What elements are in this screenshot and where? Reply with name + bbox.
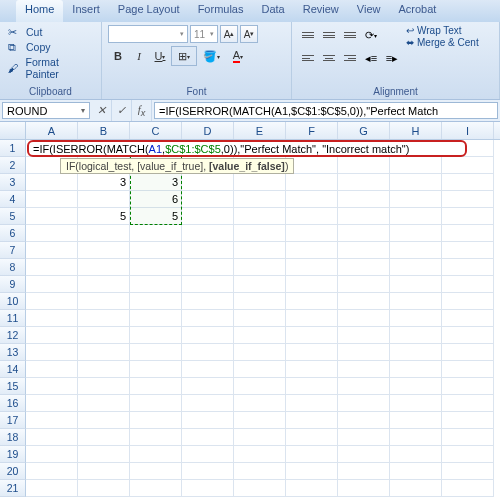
cell[interactable] <box>26 242 78 259</box>
cell[interactable] <box>78 293 130 310</box>
cell[interactable] <box>286 395 338 412</box>
cell[interactable] <box>390 310 442 327</box>
cell[interactable] <box>182 327 234 344</box>
cell[interactable] <box>442 446 494 463</box>
align-left-button[interactable] <box>298 48 318 68</box>
cell[interactable] <box>130 225 182 242</box>
row-header[interactable]: 19 <box>0 446 26 463</box>
cell[interactable] <box>182 378 234 395</box>
row-header[interactable]: 16 <box>0 395 26 412</box>
cell[interactable] <box>26 174 78 191</box>
cell[interactable] <box>234 344 286 361</box>
row-header[interactable]: 5 <box>0 208 26 225</box>
cell[interactable] <box>78 327 130 344</box>
cell[interactable] <box>286 191 338 208</box>
cell[interactable] <box>286 463 338 480</box>
cell[interactable] <box>442 344 494 361</box>
cell[interactable] <box>390 480 442 497</box>
cell[interactable] <box>130 480 182 497</box>
merge-center-button[interactable]: ⬌Merge & Cent <box>406 37 479 48</box>
select-all-corner[interactable] <box>0 122 26 139</box>
col-header-a[interactable]: A <box>26 122 78 139</box>
cell[interactable] <box>130 463 182 480</box>
cell[interactable] <box>26 395 78 412</box>
col-header-h[interactable]: H <box>390 122 442 139</box>
format-painter-button[interactable]: 🖌Format Painter <box>6 55 95 81</box>
cell[interactable] <box>338 412 390 429</box>
name-box[interactable]: ROUND▾ <box>2 102 90 119</box>
cell[interactable] <box>338 208 390 225</box>
col-header-c[interactable]: C <box>130 122 182 139</box>
cell[interactable] <box>78 395 130 412</box>
cell[interactable] <box>130 378 182 395</box>
cell[interactable] <box>338 480 390 497</box>
col-header-d[interactable]: D <box>182 122 234 139</box>
row-header[interactable]: 2 <box>0 157 26 174</box>
cell[interactable] <box>78 446 130 463</box>
cell[interactable] <box>234 259 286 276</box>
align-bottom-button[interactable] <box>340 25 360 45</box>
cell[interactable] <box>286 293 338 310</box>
cell[interactable] <box>338 276 390 293</box>
cell[interactable] <box>130 259 182 276</box>
cell[interactable] <box>26 259 78 276</box>
cell[interactable] <box>234 378 286 395</box>
cell[interactable] <box>442 225 494 242</box>
row-header[interactable]: 6 <box>0 225 26 242</box>
cell[interactable] <box>338 463 390 480</box>
cell[interactable] <box>442 157 494 174</box>
cell[interactable] <box>390 463 442 480</box>
tab-acrobat[interactable]: Acrobat <box>389 0 445 22</box>
cell[interactable] <box>286 327 338 344</box>
cell[interactable] <box>390 191 442 208</box>
cell[interactable] <box>286 429 338 446</box>
cell[interactable] <box>338 395 390 412</box>
row-header[interactable]: 3 <box>0 174 26 191</box>
cell[interactable] <box>182 361 234 378</box>
cell[interactable] <box>442 327 494 344</box>
col-header-f[interactable]: F <box>286 122 338 139</box>
cell[interactable] <box>182 344 234 361</box>
cell[interactable] <box>338 344 390 361</box>
cell[interactable] <box>442 412 494 429</box>
cell[interactable] <box>130 242 182 259</box>
cell[interactable] <box>234 327 286 344</box>
cell[interactable] <box>442 259 494 276</box>
cell[interactable] <box>26 276 78 293</box>
shrink-font-button[interactable]: A▾ <box>240 25 258 43</box>
cell[interactable] <box>78 242 130 259</box>
cell[interactable]: 3 <box>130 174 182 191</box>
cell[interactable] <box>130 361 182 378</box>
cell[interactable] <box>390 378 442 395</box>
cell[interactable] <box>182 293 234 310</box>
bold-button[interactable]: B <box>108 46 128 66</box>
fill-color-button[interactable]: 🪣▾ <box>198 46 224 66</box>
cell[interactable] <box>78 429 130 446</box>
wrap-text-button[interactable]: ↩Wrap Text <box>406 25 479 36</box>
cell[interactable] <box>130 395 182 412</box>
cell[interactable] <box>182 412 234 429</box>
cell[interactable] <box>26 208 78 225</box>
cell[interactable] <box>234 480 286 497</box>
cell[interactable] <box>78 310 130 327</box>
cell[interactable] <box>130 276 182 293</box>
cell[interactable] <box>286 378 338 395</box>
cell[interactable] <box>234 174 286 191</box>
row-header[interactable]: 14 <box>0 361 26 378</box>
cell[interactable] <box>286 225 338 242</box>
enter-formula-button[interactable]: ✓ <box>112 100 132 121</box>
tab-view[interactable]: View <box>348 0 390 22</box>
cell[interactable] <box>182 310 234 327</box>
tab-review[interactable]: Review <box>294 0 348 22</box>
cell[interactable] <box>442 480 494 497</box>
cell[interactable] <box>442 242 494 259</box>
copy-button[interactable]: ⧉Copy <box>6 40 95 54</box>
formula-input[interactable]: =IF(ISERROR(MATCH(A1,$C$1:$C$5,0)),"Perf… <box>154 102 498 119</box>
row-header[interactable]: 9 <box>0 276 26 293</box>
cell[interactable] <box>26 378 78 395</box>
grow-font-button[interactable]: A▴ <box>220 25 238 43</box>
cell[interactable] <box>286 208 338 225</box>
cell[interactable] <box>286 412 338 429</box>
cell[interactable] <box>182 191 234 208</box>
col-header-g[interactable]: G <box>338 122 390 139</box>
